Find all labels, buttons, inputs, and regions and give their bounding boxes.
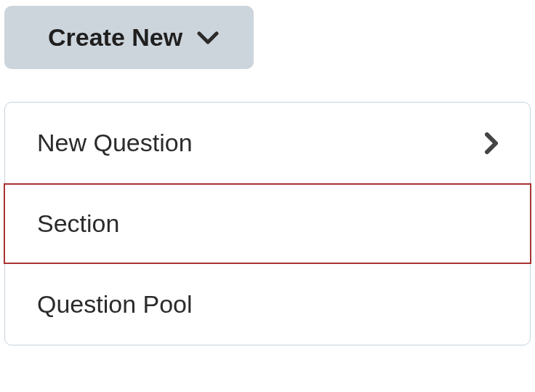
- menu-item-label: New Question: [37, 129, 485, 157]
- create-new-button[interactable]: Create New: [4, 6, 254, 69]
- create-new-dropdown: New Question Section Question Pool: [4, 102, 531, 345]
- chevron-right-icon: [485, 132, 498, 154]
- menu-item-section[interactable]: Section: [4, 183, 531, 264]
- menu-item-label: Section: [37, 209, 498, 238]
- menu-item-new-question[interactable]: New Question: [5, 103, 530, 183]
- create-new-label: Create New: [48, 23, 182, 52]
- menu-item-question-pool[interactable]: Question Pool: [5, 264, 530, 345]
- menu-item-label: Question Pool: [37, 290, 498, 319]
- chevron-down-icon: [197, 31, 219, 44]
